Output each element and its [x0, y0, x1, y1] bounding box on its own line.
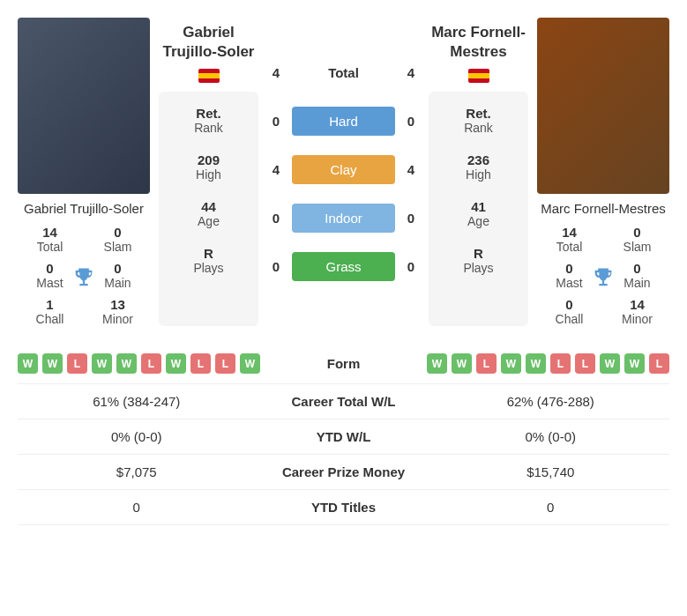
player2-column: Marc Fornell-Mestres 14 Total 0 Slam 0 M… — [537, 18, 669, 326]
head-to-head-top: Gabriel Trujillo-Soler 14 Total 0 Slam 0… — [18, 18, 669, 326]
p1-age: 44 Age — [162, 199, 255, 228]
h2h-column: 4 Total 4 0 Hard 0 4 Clay 4 0 Indoor 0 0… — [267, 18, 420, 326]
player1-photo — [18, 18, 150, 194]
form-badge: L — [575, 353, 595, 374]
player2-info-column: Marc Fornell-Mestres Ret. Rank 236 High … — [429, 18, 528, 326]
p1-stat-minor: 13 Minor — [86, 297, 150, 326]
p2-ytd-wl: 0% (0-0) — [432, 429, 670, 444]
form-badge: L — [476, 353, 497, 374]
h2h-grass[interactable]: 0 Grass 0 — [267, 252, 420, 281]
form-badge: L — [190, 353, 211, 374]
player2-name-below: Marc Fornell-Mestres — [537, 201, 669, 216]
player2-header: Marc Fornell-Mestres — [429, 18, 528, 92]
p2-stat-total: 14 Total — [537, 225, 601, 254]
form-badge: W — [526, 353, 546, 374]
comp-row-form: WWLWWLWLLW Form WWLWWLLWWL — [18, 344, 669, 384]
p1-stat-slam: 0 Slam — [86, 225, 150, 254]
form-badge: W — [116, 353, 137, 374]
p1-stat-total: 14 Total — [18, 225, 82, 254]
spain-flag-icon — [468, 69, 489, 83]
player1-header: Gabriel Trujillo-Soler — [159, 18, 258, 92]
player1-header-name: Gabriel Trujillo-Soler — [161, 23, 257, 62]
form-badge: W — [42, 353, 63, 374]
form-badge: L — [649, 353, 669, 374]
player1-column: Gabriel Trujillo-Soler 14 Total 0 Slam 0… — [18, 18, 150, 326]
p1-prize-money: $7,075 — [18, 464, 256, 479]
player1-name-below: Gabriel Trujillo-Soler — [18, 201, 150, 216]
h2h-hard[interactable]: 0 Hard 0 — [267, 107, 420, 136]
p1-ytd-titles: 0 — [18, 500, 256, 515]
p2-rank: Ret. Rank — [432, 106, 525, 135]
form-badge: W — [92, 353, 112, 374]
p1-career-wl: 61% (384-247) — [18, 394, 256, 409]
form-badge: W — [600, 353, 620, 374]
comp-label-form: Form — [260, 356, 427, 371]
h2h-clay[interactable]: 4 Clay 4 — [267, 155, 420, 184]
p2-stat-chall: 0 Chall — [537, 297, 601, 326]
form-badge: L — [215, 353, 235, 374]
comp-row-career-wl: 61% (384-247) Career Total W/L 62% (476-… — [18, 384, 669, 419]
comp-label-ytd-titles: YTD Titles — [256, 500, 432, 515]
player1-info-box: Ret. Rank 209 High 44 Age R Plays — [159, 92, 258, 326]
comp-row-ytd-wl: 0% (0-0) YTD W/L 0% (0-0) — [18, 419, 669, 455]
trophy-icon — [591, 265, 616, 293]
p1-high: 209 High — [162, 152, 255, 182]
player2-header-name: Marc Fornell-Mestres — [430, 23, 526, 62]
p1-form: WWLWWLWLLW — [18, 353, 260, 374]
player2-info-box: Ret. Rank 236 High 41 Age R Plays — [429, 92, 528, 326]
p2-form: WWLWWLLWWL — [427, 353, 669, 374]
p2-high: 236 High — [432, 152, 525, 182]
form-badge: W — [427, 353, 447, 374]
player1-info-column: Gabriel Trujillo-Soler Ret. Rank 209 Hig… — [159, 18, 258, 326]
comp-label-prize-money: Career Prize Money — [256, 464, 432, 479]
p2-plays: R Plays — [432, 246, 525, 275]
trophy-icon — [71, 265, 96, 293]
player2-trophy-stats: 14 Total 0 Slam 0 Mast 0 Main 0 Chall 14… — [537, 221, 669, 326]
p2-stat-slam: 0 Slam — [605, 225, 669, 254]
form-badge: W — [452, 353, 472, 374]
form-badge: W — [624, 353, 645, 374]
p1-stat-chall: 1 Chall — [18, 297, 82, 326]
form-badge: W — [501, 353, 521, 374]
form-badge: W — [166, 353, 186, 374]
p2-stat-minor: 14 Minor — [605, 297, 669, 326]
p1-plays: R Plays — [162, 246, 255, 275]
h2h-indoor[interactable]: 0 Indoor 0 — [267, 204, 420, 233]
form-badge: L — [550, 353, 571, 374]
p1-ytd-wl: 0% (0-0) — [18, 429, 256, 444]
comp-label-career-wl: Career Total W/L — [256, 394, 432, 409]
p2-career-wl: 62% (476-288) — [432, 394, 670, 409]
p2-age: 41 Age — [432, 199, 525, 228]
comp-row-ytd-titles: 0 YTD Titles 0 — [18, 490, 669, 525]
form-badge: L — [141, 353, 161, 374]
comp-label-ytd-wl: YTD W/L — [256, 429, 432, 444]
p1-rank: Ret. Rank — [162, 106, 255, 135]
h2h-total: 4 Total 4 — [267, 58, 420, 87]
comparison-table: WWLWWLWLLW Form WWLWWLLWWL 61% (384-247)… — [18, 344, 669, 525]
player2-photo — [537, 18, 669, 194]
form-badge: L — [67, 353, 87, 374]
form-badge: W — [18, 353, 38, 374]
p2-ytd-titles: 0 — [432, 500, 670, 515]
comp-row-prize-money: $7,075 Career Prize Money $15,740 — [18, 455, 669, 490]
p2-prize-money: $15,740 — [432, 464, 670, 479]
player1-trophy-stats: 14 Total 0 Slam 0 Mast 0 Main 1 Chall 13… — [18, 221, 150, 326]
form-badge: W — [240, 353, 260, 374]
spain-flag-icon — [198, 69, 220, 83]
